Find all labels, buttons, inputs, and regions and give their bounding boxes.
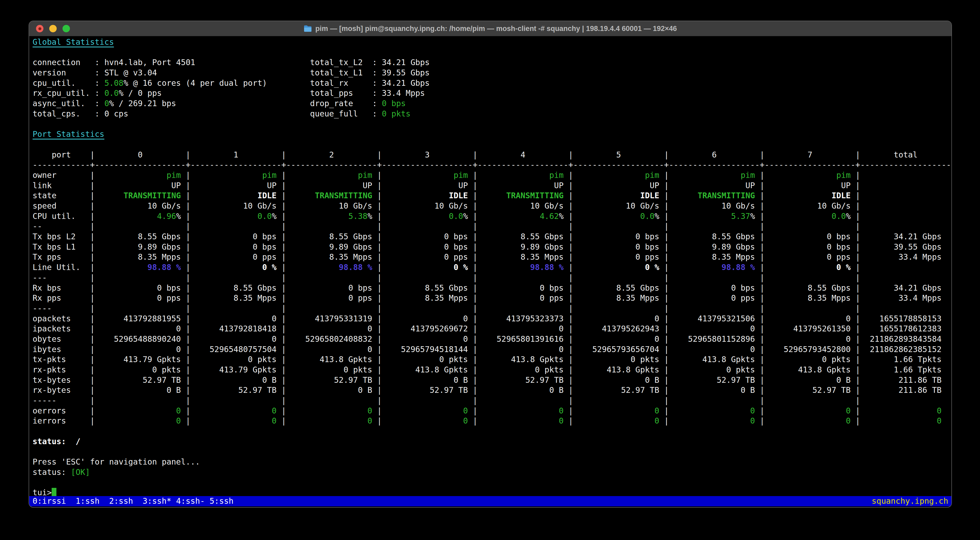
port-row-opackets: opackets | 413792881955 | 0 | 4137953313… (33, 314, 951, 324)
modified-dot-icon (38, 27, 41, 30)
traffic-lights (36, 21, 70, 36)
blank-line (33, 140, 951, 150)
blank-line (33, 447, 951, 457)
port-row-rx-pps: Rx pps | 0 pps | 8.35 Mpps | 0 pps | 8.3… (33, 293, 951, 303)
folder-icon (304, 25, 312, 32)
window-title-text: pim — [mosh] pim@squanchy.ipng.ch: /home… (315, 25, 677, 33)
port-row-rx-bps: Rx bps | 0 bps | 8.55 Gbps | 0 bps | 8.5… (33, 283, 951, 293)
port-row-divider-3: --- | | | | | | | | | (33, 273, 951, 283)
global-stats-line-async-util-: async_util. : 0% / 269.21 bps drop_rate … (33, 98, 951, 109)
port-row-line-util-: Line Util. | 98.88 % | 0 % | 98.88 % | 0… (33, 262, 951, 273)
terminal-screen: Global Statisticsconnection : hvn4.lab, … (29, 36, 951, 498)
blank-line (33, 48, 951, 58)
window-title: pim — [mosh] pim@squanchy.ipng.ch: /home… (304, 25, 677, 33)
screen-window-list: 0:irssi 1:ssh 2:ssh 3:ssh* 4:ssh- 5:ssh (33, 496, 234, 507)
global-stats-line-cpu-util-: cpu_util. : 5.08% @ 16 cores (4 per dual… (33, 78, 951, 88)
port-row-divider-2: -- | | | | | | | | | (33, 221, 951, 232)
port-row-ibytes: ibytes | 0 | 52965480757504 | 0 | 529657… (33, 345, 951, 355)
global-stats-line-connection: connection : hvn4.lab, Port 4501 total_t… (33, 57, 951, 68)
port-row-ierrors: ierrors | 0 | 0 | 0 | 0 | 0 | 0 | 0 | 0 … (33, 416, 951, 426)
zoom-button[interactable] (62, 25, 70, 32)
port-row-oerrors: oerrors | 0 | 0 | 0 | 0 | 0 | 0 | 0 | 0 … (33, 406, 951, 416)
port-row-divider-4: ---- | | | | | | | | | (33, 303, 951, 314)
port-row-link: link | UP | UP | UP | UP | UP | UP | UP … (33, 181, 951, 191)
global-stats-line-rx-cpu-util-: rx_cpu_util. : 0.0% / 0 pps total_pps : … (33, 88, 951, 98)
port-row-tx-pkts: tx-pkts | 413.79 Gpkts | 0 pkts | 413.8 … (33, 354, 951, 365)
port-row-tx-bytes: tx-bytes | 52.97 TB | 0 B | 52.97 TB | 0… (33, 375, 951, 385)
titlebar[interactable]: pim — [mosh] pim@squanchy.ipng.ch: /home… (29, 21, 951, 36)
port-row-cpu-util-: CPU util. | 4.96% | 0.0% | 5.38% | 0.0% … (33, 211, 951, 222)
port-row-tx-bps-l1: Tx bps L1 | 9.89 Gbps | 0 bps | 9.89 Gbp… (33, 242, 951, 252)
port-row-owner: owner | pim | pim | pim | pim | pim | pi… (33, 170, 951, 181)
port-row-rx-pkts: rx-pkts | 0 pkts | 413.79 Gpkts | 0 pkts… (33, 365, 951, 375)
blank-line (33, 119, 951, 129)
blank-line (33, 478, 951, 488)
blank-line (33, 426, 951, 437)
desktop-background: pim — [mosh] pim@squanchy.ipng.ch: /home… (0, 0, 980, 540)
screen-hostname: squanchy.ipng.ch (872, 496, 948, 507)
port-row-obytes: obytes | 52965488890240 | 0 | 5296580240… (33, 334, 951, 345)
port-row-speed: speed | 10 Gb/s | 10 Gb/s | 10 Gb/s | 10… (33, 201, 951, 211)
terminal-window: pim — [mosh] pim@squanchy.ipng.ch: /home… (29, 21, 952, 508)
port-row-ipackets: ipackets | 0 | 413792818418 | 0 | 413795… (33, 324, 951, 334)
global-statistics-heading: Global Statistics (33, 37, 951, 48)
global-stats-line-version: version : STL @ v3.04 total_tx_L1 : 39.5… (33, 68, 951, 78)
esc-hint-line: Press 'ESC' for navigation panel... (33, 457, 951, 467)
screen-statusbar: 0:irssi 1:ssh 2:ssh 3:ssh* 4:ssh- 5:ssh … (29, 496, 951, 507)
port-statistics-heading: Port Statistics (33, 129, 951, 140)
port-row-state: state | TRANSMITTING | IDLE | TRANSMITTI… (33, 191, 951, 201)
status-spinner-line: status: / (33, 437, 951, 447)
minimize-button[interactable] (49, 25, 57, 32)
port-table-separator: ------------+-------------------+-------… (33, 160, 951, 170)
port-row-tx-pps: Tx pps | 8.35 Mpps | 0 pps | 8.35 Mpps |… (33, 252, 951, 262)
status-ok-line: status: [OK] (33, 467, 951, 478)
port-row-rx-bytes: rx-bytes | 0 B | 52.97 TB | 0 B | 52.97 … (33, 385, 951, 395)
global-stats-line-total-cps-: total_cps. : 0 cps queue_full : 0 pkts (33, 109, 951, 119)
port-table-header: port | 0 | 1 | 2 | 3 | 4 | 5 | 6 | 7 | t… (33, 150, 951, 160)
port-row-divider-5: ----- | | | | | | | | | (33, 395, 951, 406)
close-button[interactable] (36, 25, 43, 32)
port-row-tx-bps-l2: Tx bps L2 | 8.55 Gbps | 0 bps | 8.55 Gbp… (33, 232, 951, 242)
